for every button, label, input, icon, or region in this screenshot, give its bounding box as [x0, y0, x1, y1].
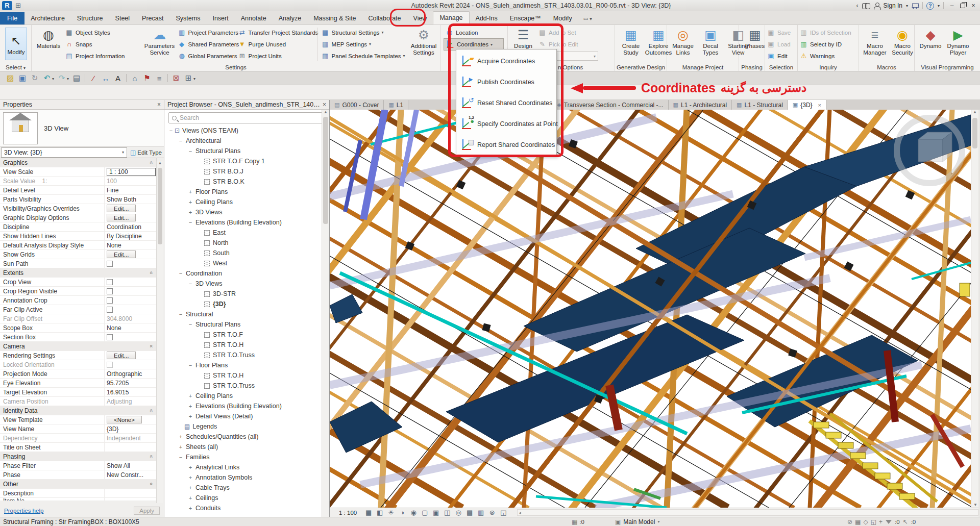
help-dropdown-icon[interactable]: ▾ [938, 4, 940, 8]
ribbon-tab-massing-site[interactable]: Massing & Site [307, 12, 362, 24]
checkbox[interactable] [107, 334, 113, 340]
property-value[interactable]: 1 : 100 [104, 167, 156, 176]
collapse-chevron-icon[interactable]: « [149, 161, 155, 164]
project-browser-header[interactable]: Project Browser - ONS_Suleh_andimesh_STR… [164, 100, 329, 110]
tree-toggle-icon[interactable]: + [187, 189, 194, 195]
crop-view-icon[interactable]: ▢ [419, 509, 430, 516]
tree-item-conduits[interactable]: +Conduits [164, 503, 329, 513]
chevron-down-icon[interactable]: ▾ [657, 519, 659, 524]
view-tab-g000-cover[interactable]: ▤G000 - Cover [330, 100, 384, 110]
tree-item-schedules-quantities-all[interactable]: +Schedules/Quantities (all) [164, 432, 329, 442]
constraints-icon[interactable]: ⊗ [486, 509, 498, 516]
ribbon-tab-modify[interactable]: Modify [547, 12, 578, 24]
property-value[interactable]: None [104, 241, 156, 249]
browser-search-box[interactable] [168, 112, 325, 123]
rendering-dialog-icon[interactable]: ◉ [408, 509, 419, 516]
tree-toggle-icon[interactable]: − [177, 138, 184, 144]
tree-item-floor-plans[interactable]: +Floor Plans [164, 187, 329, 197]
purge-unused-button[interactable]: ▼Purge Unused [236, 38, 316, 50]
properties-help-link[interactable]: Properties help [4, 508, 43, 514]
property-value[interactable]: Show All [104, 461, 156, 470]
tree-item-west[interactable]: West [164, 258, 329, 268]
tree-item-south[interactable]: South [164, 248, 329, 258]
qat-section-icon[interactable]: ⚑ [141, 73, 153, 83]
modify-button[interactable]: ↖ Modify [5, 28, 27, 60]
sun-path-icon[interactable]: ☀ [385, 509, 397, 516]
tree-item-ceiling-plans[interactable]: +Ceiling Plans [164, 391, 329, 401]
tree-item-str-t-o-f-copy-1[interactable]: STR T.O.F Copy 1 [164, 156, 329, 166]
ribbon-display-toggle-icon[interactable]: ▭ ▾ [583, 16, 592, 24]
properties-header[interactable]: Properties × [0, 100, 164, 110]
qat-open-icon[interactable]: ▨ [4, 73, 16, 83]
qat-save-icon[interactable]: ▣ [16, 73, 29, 83]
tree-toggle-icon[interactable]: + [177, 444, 184, 450]
detail-level-icon[interactable]: ▦ [363, 509, 374, 516]
tree-item-str-b-o-j[interactable]: STR B.O.J [164, 166, 329, 177]
property-section-phasing[interactable]: Phasing« [0, 452, 156, 461]
property-value[interactable] [104, 489, 156, 497]
property-value[interactable] [104, 360, 156, 369]
edit-button[interactable]: Edit... [107, 352, 136, 359]
qat-dropdown-arrow-icon[interactable]: ▾ [52, 77, 54, 81]
active-design-option[interactable]: Main Model [623, 518, 655, 525]
browser-scrollbar[interactable]: ▲ [322, 110, 329, 517]
revit-logo[interactable]: R [2, 1, 12, 10]
property-value[interactable]: Edit... [104, 351, 156, 360]
property-value[interactable]: {3D} [104, 424, 156, 433]
analytical-model-icon[interactable]: ◱ [498, 509, 509, 516]
search-input[interactable] [180, 114, 307, 121]
property-value[interactable]: Fine [104, 186, 156, 194]
property-section-identity-data[interactable]: Identity Data« [0, 406, 156, 415]
property-value[interactable]: Coordination [104, 222, 156, 231]
qat-dropdown-arrow-icon[interactable]: ▾ [193, 77, 195, 81]
properties-scrollbar[interactable]: ▲ [156, 161, 163, 503]
checkbox[interactable] [107, 307, 113, 313]
structural-settings-button[interactable]: ▦Structural Settings▾ [320, 27, 408, 38]
phases-button[interactable]: ▦Phases [741, 27, 769, 49]
property-value[interactable]: Show Both [104, 195, 156, 204]
checkbox[interactable] [107, 362, 113, 368]
tree-toggle-icon[interactable]: − [187, 148, 194, 154]
collapse-chevron-icon[interactable]: « [149, 455, 155, 458]
property-value[interactable]: By Discipline [104, 232, 156, 240]
property-value[interactable] [104, 333, 156, 341]
type-selector-combo[interactable]: 3D View: {3D} ▾ [1, 147, 127, 158]
property-value[interactable]: Orthographic [104, 369, 156, 378]
qat-close-inactive-windows-icon[interactable]: ⊠ [170, 73, 182, 83]
file-tabs-icon[interactable]: ⊞ [15, 2, 23, 10]
qat-sync-icon[interactable]: ↻ [29, 73, 41, 83]
tree-toggle-icon[interactable]: − [187, 321, 194, 328]
sign-in-button[interactable]: Sign In [884, 2, 902, 9]
select-underlay-toggle-icon[interactable]: ▦ [855, 518, 861, 525]
close-button[interactable]: × [969, 2, 978, 9]
tree-toggle-icon[interactable]: − [177, 454, 184, 460]
property-value[interactable]: 304.8000 [104, 314, 156, 323]
selection-cursor-icon[interactable]: ↖ [903, 518, 908, 525]
qat-measure-icon[interactable]: ∕ [87, 74, 100, 83]
property-value[interactable]: Independent [104, 434, 156, 442]
tree-item-str-t-o-h[interactable]: STR T.O.H [164, 340, 329, 350]
tree-item-architectural[interactable]: −Architectural [164, 136, 329, 146]
ids-of-selection-button[interactable]: ▥IDs of Selection [798, 27, 859, 38]
property-section-other[interactable]: Other« [0, 480, 156, 489]
ribbon-tab-file[interactable]: File [0, 12, 24, 24]
project-parameters-button[interactable]: ▥Project Parameters [176, 27, 236, 38]
property-value[interactable]: 95.7205 [104, 379, 156, 387]
dynamo-button[interactable]: ◆Dynamo [917, 27, 944, 49]
additional-settings-button[interactable]: ⚙ Additional Settings [408, 27, 439, 56]
view-tab-3d[interactable]: ▣{3D}× [788, 100, 826, 110]
tree-toggle-icon[interactable]: − [187, 362, 194, 368]
edit-button[interactable]: Edit... [107, 214, 136, 221]
qat-dropdown-arrow-icon[interactable]: ▾ [67, 77, 69, 81]
tree-toggle-icon[interactable]: + [187, 464, 194, 470]
worksharing-display-icon[interactable]: ▥ [475, 509, 486, 516]
close-project-browser-icon[interactable]: × [321, 101, 326, 108]
tree-item-str-b-o-k[interactable]: STR B.O.K [164, 177, 329, 187]
ribbon-tab-systems[interactable]: Systems [169, 12, 206, 24]
tree-toggle-icon[interactable]: + [187, 393, 194, 399]
tree-toggle-icon[interactable]: + [187, 209, 194, 215]
qat-undo-icon[interactable]: ↶ [41, 73, 53, 83]
tree-item-structural-plans[interactable]: −Structural Plans [164, 319, 329, 330]
tree-item-sheets-all[interactable]: +Sheets (all) [164, 442, 329, 452]
tree-toggle-icon[interactable]: − [187, 219, 194, 226]
